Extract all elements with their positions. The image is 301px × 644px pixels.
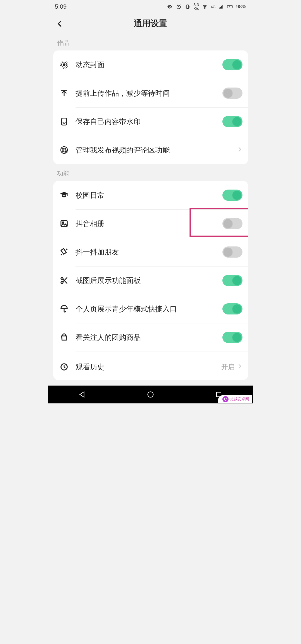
scissors-icon: [59, 275, 69, 286]
svg-point-17: [62, 151, 63, 151]
chevron-right-icon: [237, 363, 242, 371]
svg-point-0: [169, 6, 170, 7]
row-label: 校园日常: [76, 190, 222, 200]
row-campus[interactable]: 校园日常: [53, 181, 248, 209]
row-pre-upload[interactable]: 提前上传作品，减少等待时间: [53, 79, 248, 107]
battery-icon: [227, 4, 233, 10]
status-icons: 3.3 K/s 4G 98%: [167, 3, 246, 11]
wifi-icon: [202, 4, 208, 10]
signal-icon: [218, 4, 224, 10]
svg-point-3: [205, 8, 205, 9]
svg-text:+: +: [65, 151, 66, 153]
nav-home-button[interactable]: [139, 389, 162, 400]
row-comment-manage[interactable]: + 管理我发布视频的评论区功能: [53, 136, 248, 164]
svg-rect-20: [61, 221, 67, 227]
row-label: 提前上传作品，减少等待时间: [76, 88, 222, 98]
shake-icon: [59, 247, 69, 257]
battery-percent: 98%: [236, 4, 246, 10]
toggle-dynamic-cover[interactable]: [222, 59, 242, 70]
row-label: 动态封面: [76, 60, 222, 70]
row-douyin-album[interactable]: 抖音相册: [53, 209, 248, 238]
svg-rect-7: [223, 5, 224, 8]
clock-icon: [59, 362, 69, 372]
row-screenshot-panel[interactable]: 截图后展示功能面板: [53, 266, 248, 295]
eye-icon: [167, 4, 173, 10]
row-youth-mode[interactable]: 个人页展示青少年模式快捷入口: [53, 295, 248, 323]
svg-point-21: [62, 222, 64, 223]
row-watch-history[interactable]: 观看历史 开启: [53, 352, 248, 380]
page-title: 通用设置: [53, 18, 249, 29]
palette-icon: +: [59, 145, 69, 155]
toggle-pre-upload[interactable]: [222, 88, 242, 99]
status-time: 5:09: [55, 3, 67, 10]
graduation-cap-icon: [59, 190, 69, 200]
row-label: 保存自己内容带水印: [76, 117, 222, 127]
svg-rect-4: [219, 8, 220, 8]
row-label: 看关注人的团购商品: [76, 333, 222, 342]
toggle-group-buy[interactable]: [222, 332, 242, 343]
umbrella-icon: [59, 304, 69, 314]
row-label: 观看历史: [76, 362, 221, 372]
svg-rect-13: [62, 118, 67, 125]
row-group-buy[interactable]: 看关注人的团购商品: [53, 323, 248, 352]
section-label-works: 作品: [48, 34, 253, 50]
toggle-campus[interactable]: [222, 190, 242, 201]
row-label: 截图后展示功能面板: [76, 276, 222, 285]
watermark-icon: C: [222, 396, 229, 402]
phone-icon: [59, 116, 69, 127]
row-shake-friend[interactable]: 抖一抖加朋友: [53, 238, 248, 266]
row-label: 管理我发布视频的评论区功能: [76, 145, 235, 155]
watermark: C 龙城安卓网: [218, 395, 252, 403]
toggle-screenshot-panel[interactable]: [222, 275, 242, 286]
svg-rect-6: [221, 6, 222, 9]
upload-icon: [59, 88, 69, 98]
svg-rect-8: [227, 5, 232, 8]
alarm-icon: [176, 4, 182, 10]
svg-rect-2: [187, 5, 189, 8]
page-header: 通用设置: [48, 12, 253, 34]
row-label: 抖一抖加朋友: [76, 247, 222, 257]
network-type: 4G: [211, 5, 215, 9]
toggle-youth-mode[interactable]: [222, 303, 242, 314]
svg-point-15: [62, 148, 63, 149]
row-watermark[interactable]: 保存自己内容带水印: [53, 107, 248, 136]
features-card: 校园日常 抖音相册 抖一抖加朋友 截图后展示功能面板 个人页展示青少年模式快捷入…: [53, 181, 248, 380]
svg-rect-5: [220, 7, 221, 9]
toggle-shake-friend[interactable]: [222, 246, 242, 258]
toggle-douyin-album[interactable]: [222, 218, 242, 229]
row-label: 抖音相册: [76, 219, 222, 229]
row-label: 个人页展示青少年模式快捷入口: [76, 304, 222, 314]
status-bar: 5:09 3.3 K/s 4G 98%: [48, 0, 253, 12]
row-dynamic-cover[interactable]: 动态封面: [53, 50, 248, 79]
nav-back-button[interactable]: [71, 389, 93, 400]
image-icon: [59, 218, 69, 229]
svg-rect-9: [233, 6, 233, 8]
toggle-watermark[interactable]: [222, 116, 242, 127]
bag-icon: [59, 332, 69, 343]
svg-point-25: [148, 392, 153, 397]
chevron-right-icon: [237, 146, 242, 154]
back-button[interactable]: [54, 18, 65, 29]
svg-point-10: [63, 64, 65, 66]
section-label-features: 功能: [48, 164, 253, 181]
row-value: 开启: [221, 362, 235, 371]
vibrate-icon: [185, 4, 191, 10]
target-icon: [59, 59, 69, 70]
watermark-text: 龙城安卓网: [230, 397, 249, 402]
svg-point-16: [65, 148, 65, 149]
works-card: 动态封面 提前上传作品，减少等待时间 保存自己内容带水印 + 管理我发布视频的评…: [53, 50, 248, 164]
network-speed: 3.3 K/s: [193, 3, 199, 11]
